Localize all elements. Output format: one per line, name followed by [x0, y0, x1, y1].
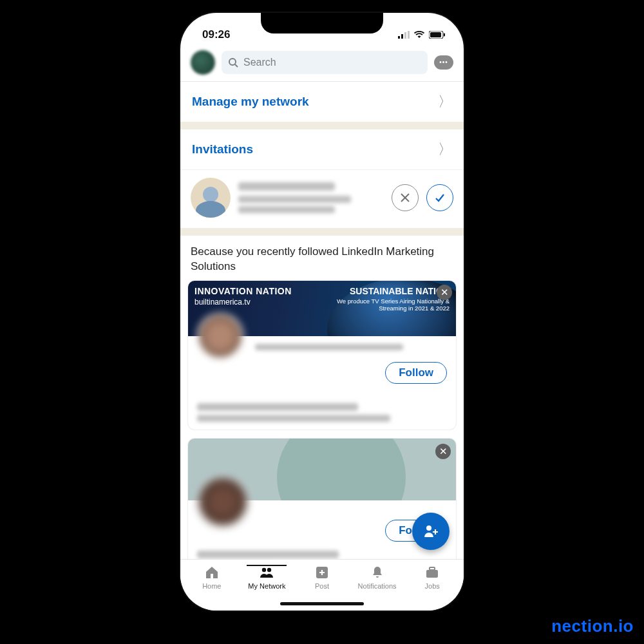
svg-rect-20 [430, 567, 435, 570]
manage-network-row[interactable]: Manage my network 〉 [180, 82, 464, 122]
wifi-icon [413, 31, 425, 39]
section-gap [180, 122, 464, 129]
tab-bar: Home My Network Post Notifications Jobs [180, 559, 464, 611]
tab-label: My Network [248, 582, 285, 590]
svg-rect-5 [430, 32, 441, 37]
people-icon [259, 565, 274, 580]
watermark: nection.io [551, 616, 634, 636]
dismiss-button[interactable]: ✕ [435, 444, 451, 459]
banner-sub-right: We produce TV Series Airing Nationally &… [327, 298, 450, 312]
profile-avatar[interactable] [191, 50, 215, 75]
suggestion-avatar[interactable] [197, 476, 249, 527]
notch [261, 13, 383, 33]
invitations-label: Invitations [192, 142, 253, 156]
home-indicator [280, 602, 364, 605]
home-icon [204, 565, 220, 580]
section-gap [180, 228, 464, 236]
tab-label: Notifications [358, 582, 397, 590]
tab-my-network[interactable]: My Network [244, 565, 289, 590]
manage-network-label: Manage my network [192, 95, 309, 109]
svg-rect-2 [404, 32, 406, 39]
search-input[interactable]: Search [222, 51, 428, 74]
suggestion-card: ✕ Follow [188, 439, 456, 570]
tab-post[interactable]: Post [299, 565, 345, 590]
search-icon [228, 57, 238, 68]
dismiss-button[interactable]: ✕ [437, 285, 452, 300]
battery-icon [429, 31, 446, 39]
chevron-right-icon: 〉 [438, 92, 452, 111]
tab-label: Post [315, 582, 329, 590]
svg-point-11 [426, 526, 431, 531]
suggestion-avatar[interactable] [197, 313, 243, 359]
app-header: Search [180, 45, 464, 81]
add-connection-fab[interactable] [412, 513, 450, 550]
messages-icon[interactable] [434, 55, 453, 70]
banner-sub-left: builtinamerica.tv [194, 298, 251, 307]
tab-label: Home [202, 582, 221, 590]
svg-line-8 [235, 64, 238, 67]
phone-frame: 09:26 Search Manage my network 〉 Invitat… [180, 13, 464, 611]
svg-rect-0 [398, 36, 400, 39]
invitation-item [180, 169, 464, 228]
tab-notifications[interactable]: Notifications [355, 565, 400, 590]
tab-jobs[interactable]: Jobs [410, 565, 455, 590]
tab-label: Jobs [425, 582, 440, 590]
status-icons [398, 31, 446, 39]
bell-icon [370, 565, 385, 580]
decline-button[interactable] [392, 184, 419, 211]
suggestion-card: INNOVATION NATION builtinamerica.tv SUST… [188, 281, 456, 430]
follow-button[interactable]: Follow [385, 362, 447, 384]
svg-point-15 [267, 568, 271, 572]
post-icon [314, 565, 330, 580]
svg-point-7 [229, 59, 236, 65]
invitation-avatar[interactable] [191, 178, 231, 218]
svg-rect-19 [426, 570, 438, 578]
svg-rect-6 [444, 33, 445, 37]
suggestion-reason: Because you recently followed LinkedIn M… [180, 236, 464, 281]
svg-rect-3 [408, 31, 410, 39]
person-add-icon [422, 523, 439, 540]
svg-rect-1 [401, 34, 403, 39]
tab-home[interactable]: Home [189, 565, 234, 590]
invitations-row[interactable]: Invitations 〉 [180, 129, 464, 169]
accept-button[interactable] [426, 184, 453, 211]
search-placeholder: Search [243, 57, 276, 68]
clock: 09:26 [202, 28, 230, 41]
banner-title-left: INNOVATION NATION [194, 286, 292, 296]
svg-point-14 [262, 568, 266, 572]
chevron-right-icon: 〉 [438, 140, 452, 159]
invitation-text [238, 182, 384, 213]
briefcase-icon [424, 565, 440, 580]
cellular-icon [398, 31, 410, 39]
banner-title-right: SUSTAINABLE NATION [350, 286, 450, 296]
